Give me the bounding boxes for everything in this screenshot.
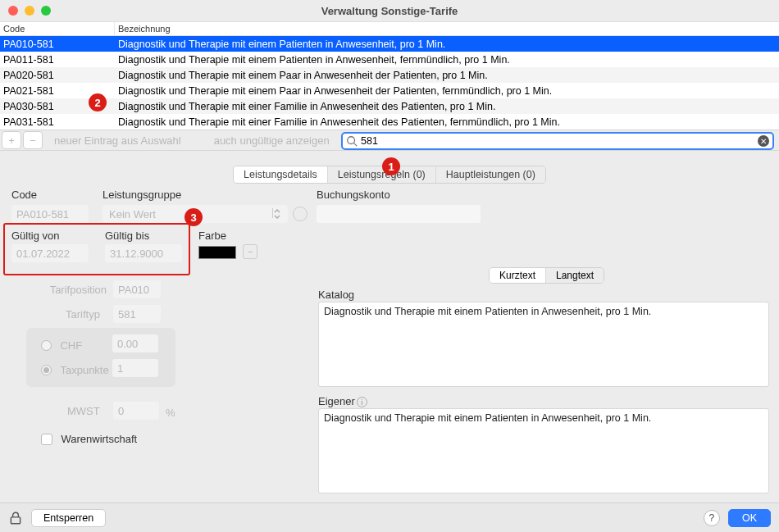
titlebar: Verwaltung Sonstige-Tarife (0, 0, 779, 21)
label-percent: % (166, 407, 175, 419)
tab-hauptleistungen[interactable]: Hauptleistungen (0) (435, 166, 545, 183)
remove-button[interactable]: − (23, 131, 43, 149)
list-toolbar: + − neuer Eintrag aus Auswahl auch ungül… (0, 130, 779, 151)
taxpunkte-field (112, 359, 158, 377)
ok-button[interactable]: OK (728, 509, 771, 527)
label-mwst: MWST (67, 405, 100, 417)
new-from-selection-link[interactable]: neuer Eintrag aus Auswahl (54, 134, 181, 147)
valid-from-field[interactable] (11, 244, 89, 262)
unlock-button[interactable]: Entsperren (31, 509, 106, 527)
annotation-badge-2: 2 (89, 93, 107, 111)
show-invalid-link[interactable]: auch ungültige anzeigen (214, 134, 330, 147)
cell-code: PA010-581 (0, 36, 115, 52)
form-area: Code Leistungsgruppe Kein Wert Buchungsk… (0, 184, 779, 495)
cell-code: PA031-581 (0, 114, 115, 130)
info-icon[interactable]: i (357, 397, 367, 407)
table-row[interactable]: PA031-581 Diagnostik und Therapie mit ei… (0, 114, 779, 130)
tarifposition-field (113, 280, 161, 298)
label-valid-from: Gültig von (11, 230, 60, 242)
label-tariftyp: Tariftyp (66, 308, 100, 321)
mwst-field (113, 402, 159, 420)
label-katalog: Katalog (318, 289, 354, 301)
label-taxpunkte: Taxpunkte (60, 364, 108, 376)
radio-chf[interactable] (41, 340, 52, 351)
tab-leistungsdetails[interactable]: Leistungsdetails (234, 166, 327, 183)
cell-bez: Diagnostik und Therapie mit einer Famili… (115, 98, 779, 114)
katalog-text: Diagnostik und Therapie mit einem Patien… (318, 302, 769, 387)
label-tarifposition: Tarifposition (41, 284, 107, 296)
table-row[interactable]: PA010-581 Diagnostik und Therapie mit ei… (0, 36, 779, 52)
cell-code: PA011-581 (0, 52, 115, 67)
table-row[interactable]: PA020-581 Diagnostik und Therapie mit ei… (0, 67, 779, 83)
cell-bez: Diagnostik und Therapie mit einem Paar i… (115, 83, 779, 98)
label-color: Farbe (198, 230, 226, 242)
window-title: Verwaltung Sonstige-Tarife (0, 5, 779, 17)
column-header-bezeichnung[interactable]: Bezeichnung (115, 22, 779, 35)
cell-bez: Diagnostik und Therapie mit einem Patien… (115, 36, 779, 52)
text-tabs: Kurztext Langtext (489, 267, 604, 284)
label-warenwirtschaft: Warenwirtschaft (61, 433, 137, 445)
svg-point-0 (348, 137, 355, 144)
tab-kurztext[interactable]: Kurztext (490, 268, 545, 283)
label-code: Code (11, 189, 37, 201)
label-group: Leistungsgruppe (102, 189, 181, 201)
group-value: Kein Wert (109, 208, 156, 221)
annotation-badge-3: 3 (184, 208, 203, 226)
add-button[interactable]: + (2, 131, 21, 149)
color-swatch[interactable] (198, 246, 236, 259)
tab-langtext[interactable]: Langtext (545, 268, 604, 283)
list-header: Code Bezeichnung (0, 21, 779, 36)
tariftyp-field (113, 305, 161, 323)
tariff-list: PA010-581 Diagnostik und Therapie mit ei… (0, 36, 779, 130)
cell-bez: Diagnostik und Therapie mit einer Famili… (115, 114, 779, 130)
svg-rect-2 (11, 516, 20, 523)
lock-icon (8, 511, 23, 525)
label-eigener: Eigeneri (318, 395, 367, 407)
footer: Entsperren ? OK (0, 502, 779, 532)
table-row[interactable]: PA030-581 Diagnostik und Therapie mit ei… (0, 98, 779, 114)
radio-taxpunkte[interactable] (41, 365, 52, 375)
label-account: Buchungskonto (317, 189, 390, 201)
cell-code: PA020-581 (0, 67, 115, 83)
account-field[interactable] (317, 205, 481, 223)
annotation-badge-1: 1 (382, 157, 400, 175)
cell-bez: Diagnostik und Therapie mit einem Patien… (115, 52, 779, 67)
search-input[interactable] (358, 135, 758, 147)
help-button[interactable]: ? (704, 510, 720, 526)
label-chf: CHF (60, 339, 82, 352)
search-icon (346, 135, 358, 147)
eigener-text[interactable]: Diagnostik und Therapie mit einem Patien… (318, 408, 769, 493)
rate-box: CHF Taxpunkte (26, 328, 175, 387)
clear-search-icon[interactable]: ✕ (758, 135, 769, 147)
table-row[interactable]: PA011-581 Diagnostik und Therapie mit ei… (0, 52, 779, 67)
column-header-code[interactable]: Code (0, 22, 115, 35)
tab-leistungsregeln[interactable]: Leistungsregeln (0) (327, 166, 435, 183)
code-field (11, 205, 89, 223)
valid-to-field[interactable] (105, 244, 182, 262)
label-valid-to: Gültig bis (105, 230, 149, 242)
svg-line-1 (354, 143, 358, 147)
chf-field (112, 334, 158, 352)
group-settings-icon[interactable] (293, 207, 308, 221)
table-row[interactable]: PA021-581 Diagnostik und Therapie mit ei… (0, 83, 779, 98)
cell-bez: Diagnostik und Therapie mit einem Paar i… (115, 67, 779, 83)
search-field[interactable]: ✕ (341, 132, 774, 150)
chevron-updown-icon (273, 209, 281, 219)
color-remove-button[interactable]: − (243, 244, 257, 259)
checkbox-warenwirtschaft[interactable] (41, 434, 52, 445)
